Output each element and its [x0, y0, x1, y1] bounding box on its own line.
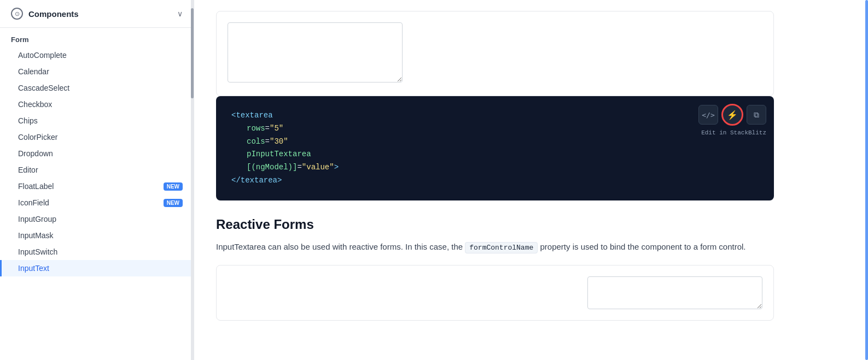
sidebar-item-label: FloatLabel — [18, 182, 54, 191]
sidebar-header: ⊙ Components ∨ — [0, 0, 194, 28]
sidebar-item-inputswitch[interactable]: InputSwitch — [0, 244, 194, 260]
inline-code-formcontrolname: formControlName — [465, 242, 538, 253]
sidebar-item-colorpicker[interactable]: ColorPicker — [0, 129, 194, 145]
sidebar-item-label: Dropdown — [18, 149, 53, 158]
code-block: <textarea rows="5" cols="30" pInputTexta… — [216, 96, 774, 200]
components-icon: ⊙ — [11, 8, 23, 20]
sidebar-item-label: AutoComplete — [18, 51, 67, 60]
show-code-button[interactable]: </> — [698, 105, 718, 125]
sidebar-item-cascadeselect[interactable]: CascadeSelect — [0, 80, 194, 96]
code-tag-open: <textarea — [231, 111, 273, 120]
textarea-input[interactable] — [228, 22, 403, 82]
reactive-forms-title: Reactive Forms — [216, 217, 774, 232]
sidebar-title: Components — [28, 9, 79, 19]
copy-button[interactable]: ⧉ — [747, 105, 766, 125]
sidebar-item-inputtext[interactable]: InputText — [0, 260, 194, 276]
code-attr-rows: rows — [247, 124, 265, 133]
sidebar-item-inputgroup[interactable]: InputGroup — [0, 211, 194, 227]
sidebar-item-label: InputGroup — [18, 215, 56, 223]
desc-part2: property is used to bind the component t… — [540, 242, 745, 251]
reactive-form-textarea[interactable] — [587, 276, 762, 309]
sidebar-item-editor[interactable]: Editor — [0, 162, 194, 178]
code-attr-cols: cols — [247, 137, 265, 146]
code-toolbar: </> ⚡ ⧉ Edit in StackBlitz — [698, 104, 766, 138]
code-attr-pinputtextarea: pInputTextarea — [247, 150, 311, 158]
sidebar-item-label: Calendar — [18, 67, 49, 76]
sidebar-item-label: IconField — [18, 198, 49, 207]
chevron-down-icon[interactable]: ∨ — [177, 9, 183, 18]
sidebar-item-label: InputMask — [18, 231, 54, 240]
sidebar-item-checkbox[interactable]: Checkbox — [0, 96, 194, 113]
sidebar-item-label: Editor — [18, 166, 38, 174]
sidebar-item-autocomplete[interactable]: AutoComplete — [0, 47, 194, 63]
copy-icon: ⧉ — [754, 110, 759, 120]
sidebar-item-floatlabel[interactable]: FloatLabel NEW — [0, 178, 194, 194]
reactive-forms-desc: InputTextarea can also be used with reac… — [216, 240, 774, 254]
reactive-forms-preview-box — [216, 265, 774, 321]
code-attr-ngmodel: [(ngModel)] — [247, 163, 297, 172]
code-val-rows: "5" — [270, 124, 283, 133]
sidebar-item-label: InputText — [18, 264, 49, 273]
sidebar-item-label: CascadeSelect — [18, 84, 69, 92]
main-content: <textarea rows="5" cols="30" pInputTexta… — [194, 0, 868, 360]
code-angle-icon: </> — [702, 111, 714, 119]
reactive-forms-section: Reactive Forms InputTextarea can also be… — [216, 217, 774, 321]
textarea-preview-box — [216, 11, 774, 96]
sidebar-item-inputmask[interactable]: InputMask — [0, 227, 194, 244]
stackblitz-button[interactable]: ⚡ — [721, 104, 743, 126]
sidebar-item-label: ColorPicker — [18, 133, 57, 141]
sidebar-header-left: ⊙ Components — [11, 8, 79, 20]
new-badge: NEW — [164, 182, 183, 191]
code-tag-close: </textarea> — [231, 176, 282, 185]
sidebar-item-chips[interactable]: Chips — [0, 113, 194, 129]
sidebar-item-iconfield[interactable]: IconField NEW — [0, 194, 194, 211]
code-val-cols: "30" — [270, 137, 288, 146]
sidebar-item-calendar[interactable]: Calendar — [0, 63, 194, 80]
code-val-ngmodel: "value" — [302, 163, 334, 172]
sidebar: ⊙ Components ∨ Form AutoComplete Calenda… — [0, 0, 194, 360]
sidebar-item-label: InputSwitch — [18, 247, 57, 256]
desc-part1: InputTextarea can also be used with reac… — [216, 242, 463, 251]
stackblitz-label: Edit in StackBlitz — [701, 128, 766, 138]
code-toolbar-buttons: </> ⚡ ⧉ — [698, 104, 766, 126]
sidebar-section-form: Form — [0, 28, 194, 47]
sidebar-item-label: Checkbox — [18, 100, 52, 109]
bolt-icon: ⚡ — [727, 110, 738, 120]
new-badge: NEW — [164, 199, 183, 207]
sidebar-item-dropdown[interactable]: Dropdown — [0, 145, 194, 162]
sidebar-item-label: Chips — [18, 116, 38, 125]
